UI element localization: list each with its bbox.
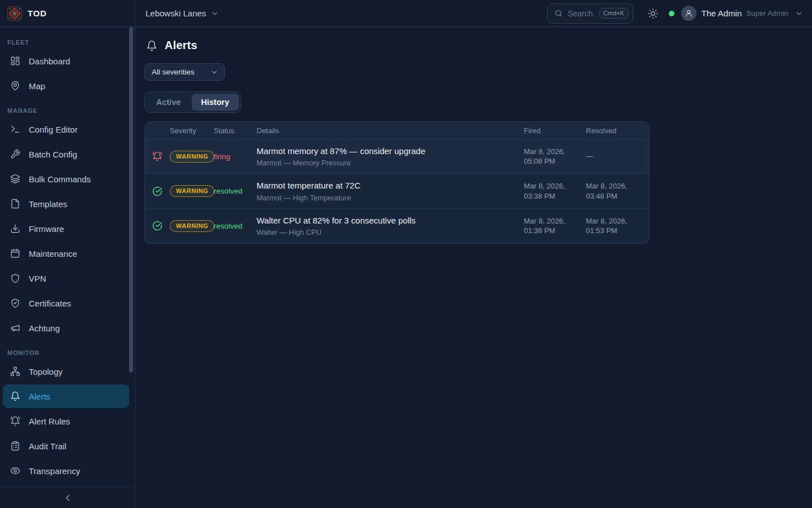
sidebar-item-bulk-commands[interactable]: Bulk Commands (3, 167, 129, 191)
tod-logo-icon (7, 6, 22, 21)
user-menu[interactable]: The Admin Super Admin (701, 8, 803, 18)
online-status-dot (669, 11, 674, 16)
bell-icon (10, 391, 20, 401)
user-name: The Admin (701, 8, 742, 18)
layers-icon (10, 174, 20, 184)
eye-icon (10, 466, 20, 476)
status-label: resolved (214, 187, 257, 195)
table-row[interactable]: WARNING firing Marmot memory at 87% — co… (145, 139, 649, 174)
user-icon (685, 9, 693, 17)
resolved-timestamp: — (586, 151, 649, 161)
sidebar-section-label: MANAGE (7, 107, 131, 114)
avatar[interactable] (681, 6, 696, 21)
fired-timestamp: Mar 8, 2026, 01:38 PM (524, 216, 586, 236)
alert-title: Marmot memory at 87% — consider upgrade (257, 146, 518, 157)
status-label: resolved (214, 222, 257, 230)
sidebar-item-firmware[interactable]: Firmware (3, 217, 129, 240)
file-icon (10, 199, 20, 209)
megaphone-icon (10, 323, 20, 333)
alert-subtitle: Walter — High CPU (257, 228, 518, 237)
org-selector[interactable]: Lebowski Lanes (145, 8, 219, 18)
sidebar-item-achtung[interactable]: Achtung (3, 316, 129, 340)
map-pin-icon (10, 81, 20, 91)
app-title: TOD (28, 8, 47, 18)
column-header-status: Status (214, 126, 257, 135)
tab-history[interactable]: History (192, 94, 239, 111)
shield-check-icon (10, 298, 20, 308)
sidebar-item-certificates[interactable]: Certificates (3, 291, 129, 315)
sidebar-item-transparency[interactable]: Transparency (3, 459, 129, 483)
sidebar-collapse-button[interactable] (63, 493, 73, 503)
severity-badge: WARNING (170, 220, 214, 232)
shield-icon (10, 273, 20, 283)
bell-icon (146, 40, 157, 51)
sidebar-item-maintenance[interactable]: Maintenance (3, 242, 129, 265)
sidebar-scrollbar[interactable] (129, 27, 133, 373)
topbar-main: Lebowski Lanes Cmd+K The Admin (135, 0, 812, 27)
sidebar-section-label: FLEET (7, 39, 131, 46)
sidebar-item-map[interactable]: Map (3, 74, 129, 98)
sidebar-footer (0, 487, 135, 508)
alert-subtitle: Marmot — High Temperature (257, 194, 518, 202)
chevron-down-icon (210, 68, 218, 76)
alert-subtitle: Marmot — Memory Pressure (257, 159, 518, 167)
sidebar-nav: FLEET Dashboard Map MANAGE Config Editor… (0, 27, 135, 487)
sidebar-item-alert-rules[interactable]: Alert Rules (3, 409, 129, 433)
alerts-tabs: ActiveHistory (144, 91, 241, 113)
chevron-left-icon (63, 493, 73, 503)
page-title: Alerts (165, 39, 197, 52)
sidebar-section: MONITOR Topology Alerts Alert Rules Audi… (0, 349, 131, 483)
alert-title: Marmot temperature at 72C (257, 180, 518, 191)
bell-ring-icon (10, 416, 20, 426)
sun-icon (647, 8, 659, 19)
topbar-right: Cmd+K The Admin Super Admin (547, 3, 803, 24)
fired-timestamp: Mar 8, 2026, 03:38 PM (524, 181, 586, 201)
severity-filter-select[interactable]: All severities (144, 63, 225, 81)
alert-title: Walter CPU at 82% for 3 consecutive poll… (257, 215, 518, 226)
sidebar-item-config-editor[interactable]: Config Editor (3, 117, 129, 141)
theme-toggle-button[interactable] (647, 8, 659, 19)
download-icon (10, 224, 20, 234)
chevron-down-icon (795, 10, 803, 17)
column-header-fired: Fired (524, 126, 586, 135)
topbar: TOD Lebowski Lanes Cmd+K (0, 0, 812, 27)
alerts-table: Severity Status Details Fired Resolved W… (144, 121, 650, 244)
search-icon (554, 9, 563, 17)
resolved-timestamp: Mar 8, 2026, 03:48 PM (586, 181, 649, 201)
org-selector-label: Lebowski Lanes (145, 8, 206, 18)
resolved-timestamp: Mar 8, 2026, 01:53 PM (586, 216, 649, 236)
sidebar-item-audit-trail[interactable]: Audit Trail (3, 434, 129, 458)
sidebar-section: FLEET Dashboard Map (0, 39, 131, 98)
table-row[interactable]: WARNING resolved Walter CPU at 82% for 3… (145, 209, 649, 243)
sidebar-item-alerts[interactable]: Alerts (3, 384, 129, 408)
status-label: firing (214, 152, 257, 161)
check-circle-icon (152, 186, 162, 196)
table-body: WARNING firing Marmot memory at 87% — co… (145, 139, 649, 243)
terminal-icon (10, 124, 20, 134)
severity-badge: WARNING (170, 185, 214, 197)
calendar-icon (10, 248, 20, 259)
search-input[interactable] (568, 9, 594, 18)
tab-active[interactable]: Active (147, 94, 191, 111)
sidebar-item-topology[interactable]: Topology (3, 360, 129, 383)
sidebar-item-templates[interactable]: Templates (3, 192, 129, 216)
sidebar-item-batch-config[interactable]: Batch Config (3, 142, 129, 166)
dashboard-icon (10, 56, 20, 66)
search-box[interactable]: Cmd+K (547, 3, 633, 24)
column-header-severity: Severity (170, 126, 214, 135)
table-row[interactable]: WARNING resolved Marmot temperature at 7… (145, 174, 649, 208)
table-header: Severity Status Details Fired Resolved (145, 122, 649, 139)
bell-ring-icon (152, 151, 162, 161)
network-icon (10, 366, 20, 376)
sidebar-item-vpn[interactable]: VPN (3, 266, 129, 290)
sidebar-item-dashboard[interactable]: Dashboard (3, 49, 129, 73)
severity-badge: WARNING (170, 151, 214, 163)
main-content: Alerts All severities ActiveHistory Seve… (135, 27, 812, 508)
fired-timestamp: Mar 8, 2026, 05:08 PM (524, 147, 586, 167)
sidebar: FLEET Dashboard Map MANAGE Config Editor… (0, 27, 135, 508)
sidebar-section: MANAGE Config Editor Batch Config Bulk C… (0, 107, 131, 340)
sidebar-section-label: MONITOR (7, 349, 131, 356)
check-circle-icon (152, 221, 162, 231)
chevron-down-icon (211, 10, 219, 17)
severity-filter-value: All severities (152, 68, 195, 76)
